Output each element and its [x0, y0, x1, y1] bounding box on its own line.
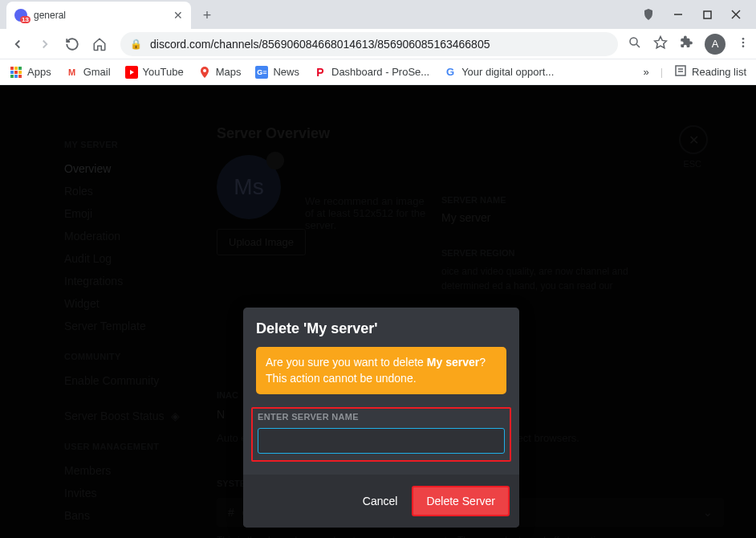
search-icon[interactable]	[628, 35, 642, 53]
modal-title: Delete 'My server'	[256, 320, 506, 337]
server-name-input[interactable]	[258, 428, 505, 454]
shield-icon	[642, 8, 655, 21]
svg-rect-22	[676, 66, 685, 75]
youtube-icon	[125, 66, 138, 79]
bookmark-dashboard[interactable]: PDashboard - ProSe...	[314, 66, 429, 79]
enter-server-name-label: ENTER SERVER NAME	[258, 412, 505, 422]
profile-avatar[interactable]: A	[705, 34, 726, 55]
svg-rect-1	[704, 11, 711, 18]
reload-button[interactable]	[61, 33, 83, 55]
bookmark-apps[interactable]: Apps	[10, 66, 51, 79]
url-text: discord.com/channels/856906084668014613/…	[150, 38, 490, 51]
discord-favicon	[14, 9, 27, 22]
minimize-button[interactable]	[673, 9, 684, 20]
close-window-button[interactable]	[730, 9, 742, 20]
delete-server-button[interactable]: Delete Server	[412, 486, 510, 516]
reading-list-icon	[674, 64, 687, 79]
bookmark-maps[interactable]: Maps	[198, 66, 242, 79]
svg-rect-14	[14, 71, 18, 74]
browser-tab[interactable]: general ✕	[6, 2, 191, 29]
home-button[interactable]	[88, 33, 111, 55]
delete-server-modal: Delete 'My server' Are you sure you want…	[243, 308, 519, 528]
forward-button[interactable]	[34, 33, 56, 55]
bookmarks-overflow[interactable]: »	[643, 66, 648, 78]
gmail-icon: M	[66, 66, 79, 79]
modal-input-highlight: ENTER SERVER NAME	[251, 407, 511, 462]
bookmarks-separator: |	[660, 66, 663, 78]
svg-rect-18	[18, 75, 22, 78]
svg-marker-6	[655, 36, 667, 47]
svg-rect-10	[10, 67, 14, 70]
bookmark-news[interactable]: G≡News	[255, 66, 299, 79]
bookmarks-bar: Apps MGmail YouTube Maps G≡News PDashboa…	[0, 59, 756, 85]
bookmark-gmail[interactable]: MGmail	[66, 66, 111, 79]
svg-point-4	[630, 38, 637, 45]
svg-point-9	[742, 45, 745, 47]
bookmark-star-icon[interactable]	[653, 35, 668, 53]
lock-icon: 🔒	[130, 39, 142, 50]
pinterest-icon: P	[314, 66, 327, 79]
modal-warning: Are you sure you want to delete My serve…	[256, 347, 506, 394]
maximize-button[interactable]	[701, 9, 713, 20]
new-tab-button[interactable]: +	[196, 4, 218, 26]
back-button[interactable]	[6, 33, 29, 55]
cancel-button[interactable]: Cancel	[352, 488, 409, 514]
svg-rect-15	[18, 71, 22, 74]
svg-rect-12	[18, 67, 22, 70]
svg-rect-13	[10, 71, 14, 74]
bookmark-digital[interactable]: GYour digital opport...	[444, 66, 554, 79]
news-icon: G≡	[255, 66, 268, 79]
bookmark-youtube[interactable]: YouTube	[125, 66, 184, 79]
maps-icon	[198, 66, 211, 79]
address-bar[interactable]: 🔒 discord.com/channels/85690608466801461…	[120, 32, 618, 56]
tab-title: general	[34, 10, 66, 21]
svg-rect-11	[14, 67, 18, 70]
reading-list[interactable]: Reading list	[674, 64, 746, 79]
svg-point-8	[742, 41, 745, 43]
svg-point-21	[203, 69, 206, 72]
address-bar-row: 🔒 discord.com/channels/85690608466801461…	[0, 29, 756, 59]
svg-line-5	[636, 44, 640, 47]
apps-icon	[10, 66, 22, 79]
close-tab-button[interactable]: ✕	[173, 9, 183, 22]
svg-rect-16	[10, 75, 14, 78]
menu-icon[interactable]	[737, 36, 750, 52]
svg-rect-17	[14, 75, 18, 78]
extensions-icon[interactable]	[679, 35, 693, 53]
svg-point-7	[742, 38, 745, 40]
google-icon: G	[444, 66, 457, 79]
